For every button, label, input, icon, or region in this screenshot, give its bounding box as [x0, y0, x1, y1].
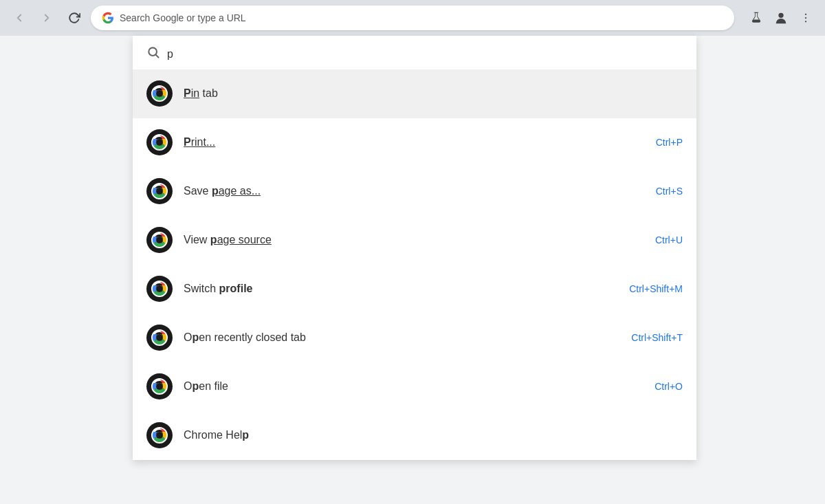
shortcut-print: Ctrl+P [656, 137, 683, 148]
menu-item-label-open-file: Open file [184, 380, 654, 393]
back-button[interactable] [8, 7, 30, 29]
svg-point-29 [156, 334, 163, 341]
menu-item-save-page-as[interactable]: Save page as...Ctrl+S [133, 167, 696, 216]
svg-point-33 [156, 383, 163, 390]
search-icon [146, 45, 160, 63]
svg-point-9 [156, 90, 163, 97]
profile-button[interactable] [770, 7, 792, 29]
search-query: p [167, 48, 173, 61]
chrome-menu-icon-pin-tab [146, 80, 173, 107]
menu-button[interactable] [795, 7, 817, 29]
svg-point-13 [156, 139, 163, 146]
address-text: Search Google or type a URL [120, 12, 723, 23]
svg-point-2 [805, 17, 806, 19]
chrome-menu-icon-view-page-source [146, 227, 173, 253]
menu-item-view-page-source[interactable]: View page sourceCtrl+U [133, 216, 696, 265]
menu-item-label-chrome-help: Chrome Help [184, 429, 683, 441]
menu-item-print[interactable]: Print...Ctrl+P [133, 118, 696, 167]
menu-item-switch-profile[interactable]: Switch profileCtrl+Shift+M [133, 265, 696, 314]
svg-point-25 [156, 285, 163, 292]
svg-point-21 [156, 237, 163, 243]
menu-item-label-switch-profile: Switch profile [184, 283, 629, 295]
shortcut-open-file: Ctrl+O [654, 381, 683, 392]
search-box: p [133, 36, 696, 69]
menu-list: Pin tab Print...Ctrl+P Save page as...Ct… [133, 69, 696, 460]
chrome-menu-icon-save-page-as [146, 178, 173, 204]
shortcut-save-page-as: Ctrl+S [656, 186, 683, 197]
chrome-menu-icon-chrome-help [146, 422, 173, 448]
top-bar: Search Google or type a URL [0, 0, 825, 36]
svg-point-0 [778, 13, 783, 18]
menu-item-label-save-page-as: Save page as... [184, 185, 656, 197]
menu-item-label-view-page-source: View page source [184, 234, 655, 246]
shortcut-switch-profile: Ctrl+Shift+M [629, 283, 683, 294]
command-dropdown: p Pin tab Print...Ctrl+P [133, 36, 696, 460]
svg-point-17 [156, 188, 163, 195]
svg-point-1 [805, 14, 806, 15]
svg-line-5 [156, 55, 159, 58]
svg-point-37 [156, 432, 163, 439]
chrome-menu-icon-switch-profile [146, 276, 173, 302]
labs-button[interactable] [745, 7, 767, 29]
menu-item-pin-tab[interactable]: Pin tab [133, 69, 696, 118]
menu-item-label-open-recently-closed-tab: Open recently closed tab [184, 331, 631, 344]
chrome-menu-icon-open-file [146, 373, 173, 399]
google-logo [102, 12, 114, 24]
chrome-menu-icon-open-recently-closed-tab [146, 325, 173, 351]
shortcut-view-page-source: Ctrl+U [655, 234, 683, 245]
forward-button[interactable] [36, 7, 58, 29]
menu-item-label-print: Print... [184, 136, 656, 149]
menu-item-open-file[interactable]: Open fileCtrl+O [133, 362, 696, 411]
menu-item-chrome-help[interactable]: Chrome Help [133, 411, 696, 460]
address-bar[interactable]: Search Google or type a URL [91, 6, 734, 30]
svg-point-3 [805, 21, 806, 22]
reload-button[interactable] [63, 7, 85, 29]
chrome-menu-icon-print [146, 129, 173, 155]
shortcut-open-recently-closed-tab: Ctrl+Shift+T [631, 332, 683, 343]
menu-item-open-recently-closed-tab[interactable]: Open recently closed tabCtrl+Shift+T [133, 314, 696, 362]
menu-item-label-pin-tab: Pin tab [184, 87, 683, 100]
toolbar-icons [745, 7, 817, 29]
